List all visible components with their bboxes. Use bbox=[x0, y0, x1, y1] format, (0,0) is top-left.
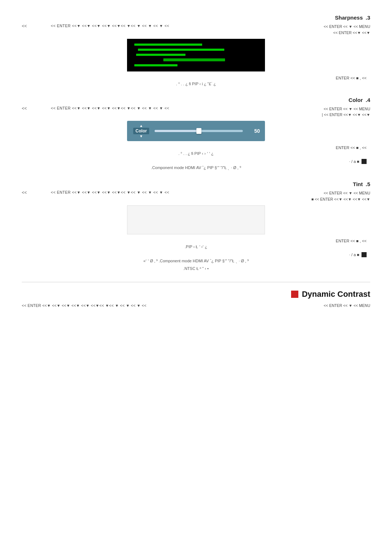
sharpness-number: .3 bbox=[366, 15, 370, 21]
tint-nav-left: << bbox=[22, 190, 51, 195]
sharpness-nav-right: << ENTER << ▼ << MENU << ENTER <<▼ <<▼ bbox=[290, 24, 370, 36]
sharpness-nav-left: << bbox=[22, 24, 51, 29]
color-enter: ENTER << ■ , << bbox=[22, 145, 370, 150]
color-component-note-row: · / a ■ bbox=[22, 159, 370, 164]
sharpness-title-row: Sharpness .3 bbox=[22, 15, 370, 21]
sharp-line-5 bbox=[134, 64, 177, 66]
tint-component-note: · / a ■ bbox=[349, 253, 359, 257]
dynamic-contrast-nav-row: << ENTER <<▼ <<▼ <<▼ <<▼ <<▼ <<▼<< ▼<< ▼… bbox=[22, 303, 370, 308]
color-slider-label-col: ▲ Color ▼ bbox=[132, 124, 150, 138]
color-info: . ° . . ¿ fi PIP ‹ › ˈ ˈ ¿ bbox=[22, 151, 370, 156]
red-square-icon bbox=[291, 291, 298, 298]
color-component-note: · / a ■ bbox=[349, 159, 359, 164]
sharpness-section: Sharpness .3 << << ENTER <<▼ <<▼ <<▼ <<▼… bbox=[22, 15, 370, 86]
color-nav-right-2: | << ENTER <<▼ <<▼ <<▼ bbox=[290, 112, 370, 118]
color-slider-box[interactable]: ▲ Color ▼ 50 bbox=[127, 121, 265, 141]
sharpness-info: . ° . . ¿ fi PIP ‹ i ¿ "£´ ¿ bbox=[22, 82, 370, 86]
dynamic-contrast-title-row: Dynamic Contrast bbox=[22, 290, 370, 299]
sharpness-enter: ENTER << ■ , << bbox=[22, 76, 370, 80]
color-nav-right: << ENTER << ▼ << MENU | << ENTER <<▼ <<▼… bbox=[290, 106, 370, 118]
dynamic-contrast-nav-right: << ENTER << ▼ << MENU bbox=[290, 303, 370, 308]
tint-color-square-icon bbox=[362, 252, 367, 257]
color-slider-fill bbox=[155, 130, 199, 132]
color-slider-value: 50 bbox=[247, 128, 260, 134]
sharpness-nav-right-2: << ENTER <<▼ <<▼ bbox=[290, 30, 370, 36]
sharpness-label: Sharpness bbox=[335, 15, 363, 21]
sharpness-lines bbox=[134, 42, 258, 68]
page-container: Sharpness .3 << << ENTER <<▼ <<▼ <<▼ <<▼… bbox=[0, 0, 392, 333]
color-label: Color bbox=[348, 97, 363, 103]
sharp-line-1 bbox=[134, 44, 202, 46]
dynamic-contrast-section: Dynamic Contrast << ENTER <<▼ <<▼ <<▼ <<… bbox=[22, 290, 370, 308]
tint-component-row2: .NTSC Ł ᵃ " › • bbox=[22, 266, 370, 271]
color-slider-track[interactable] bbox=[155, 130, 243, 132]
tint-nav-right-2: ■ << ENTER <<▼ <<▼ <<▼ <<▼ bbox=[290, 196, 370, 202]
color-slider-label: Color bbox=[133, 128, 149, 134]
color-slider-thumb[interactable] bbox=[196, 128, 201, 134]
sharp-line-4 bbox=[163, 58, 225, 61]
tint-nav-right-1: << ENTER << ▼ << MENU bbox=[290, 190, 370, 196]
tint-number: .5 bbox=[366, 181, 370, 187]
tint-nav-right: << ENTER << ▼ << MENU ■ << ENTER <<▼ <<▼… bbox=[290, 190, 370, 202]
sharp-line-3 bbox=[136, 54, 185, 56]
sharpness-nav-right-1: << ENTER << ▼ << MENU bbox=[290, 24, 370, 30]
color-nav-center: << ENTER <<▼ <<▼ <<▼ <<▼ <<▼<< ▼<< ▼ << … bbox=[51, 106, 290, 110]
color-nav-row: << << ENTER <<▼ <<▼ <<▼ <<▼ <<▼<< ▼<< ▼ … bbox=[22, 106, 370, 118]
color-nav-left: << bbox=[22, 106, 51, 111]
section-divider bbox=[22, 282, 370, 282]
tint-enter: ENTER << ■ , << bbox=[22, 239, 370, 243]
dynamic-contrast-label: Dynamic Contrast bbox=[302, 290, 370, 299]
tint-title-row: Tint .5 bbox=[22, 181, 370, 187]
slider-arrow-down-icon: ▼ bbox=[139, 134, 143, 138]
color-number: .4 bbox=[366, 97, 370, 103]
sharpness-preview bbox=[127, 39, 265, 71]
color-section: Color .4 << << ENTER <<▼ <<▼ <<▼ <<▼ <<▼… bbox=[22, 97, 370, 171]
color-component-row: .Component mode HDMI AV ˆ¿ PIP §ˈ" "/"Ł … bbox=[22, 165, 370, 170]
tint-info: .PIP ‹ Ł ˈ ›ˈ ¿ bbox=[22, 245, 370, 249]
tint-component-note-row: · / a ■ bbox=[22, 252, 370, 257]
slider-arrow-up-icon: ▲ bbox=[139, 124, 143, 128]
color-nav-right-1: << ENTER << ▼ << MENU bbox=[290, 106, 370, 112]
tint-nav-row: << << ENTER <<▼ <<▼ <<▼ <<▼ <<▼<< ▼<< ▼ … bbox=[22, 190, 370, 202]
sharp-line-2 bbox=[138, 49, 224, 51]
color-title-row: Color .4 bbox=[22, 97, 370, 103]
tint-nav-center: << ENTER <<▼ <<▼ <<▼ <<▼ <<▼<< ▼<< ▼ << … bbox=[51, 190, 290, 194]
tint-section: Tint .5 << << ENTER <<▼ <<▼ <<▼ <<▼ <<▼<… bbox=[22, 181, 370, 271]
dynamic-contrast-nav-center: << ENTER <<▼ <<▼ <<▼ <<▼ <<▼ <<▼<< ▼<< ▼… bbox=[22, 303, 290, 308]
sharpness-nav-row: << << ENTER <<▼ <<▼ <<▼ <<▼ <<▼<< ▼<< ▼ … bbox=[22, 24, 370, 36]
sharpness-nav-center: << ENTER <<▼ <<▼ <<▼ <<▼ <<▼<< ▼<< ▼ << … bbox=[51, 24, 290, 28]
color-square-icon bbox=[362, 159, 367, 164]
tint-preview bbox=[127, 205, 265, 234]
tint-component-row1: «ˈ ˈ Ø ‚ ⁹ .Component mode HDMI AV ˆ¿ PI… bbox=[22, 259, 370, 263]
tint-label: Tint bbox=[353, 181, 363, 187]
color-slider-track-container[interactable] bbox=[155, 130, 243, 132]
